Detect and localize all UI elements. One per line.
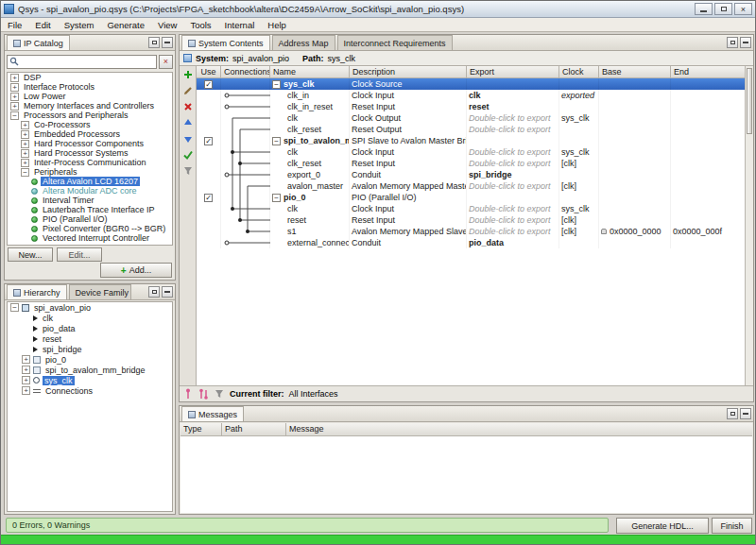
menu-item-tools[interactable]: Tools <box>183 18 217 31</box>
ip-catalog-item[interactable]: +Hard Processor Components <box>8 139 172 148</box>
filter-icon[interactable] <box>181 164 195 178</box>
tab-interconnect-requirements[interactable]: Interconnect Requirements <box>337 35 453 50</box>
tree-expander-icon[interactable]: + <box>22 386 30 395</box>
panel-float-icon[interactable] <box>727 37 738 48</box>
panel-minimize-icon[interactable] <box>162 286 173 298</box>
table-row[interactable]: clkClock OutputDouble-click to exportsys… <box>197 112 745 124</box>
tree-expander-icon[interactable]: − <box>10 111 19 120</box>
finish-button[interactable]: Finish <box>712 518 752 534</box>
ip-catalog-item[interactable]: PIO (Parallel I/O) <box>8 214 172 224</box>
menu-item-view[interactable]: View <box>151 18 183 31</box>
ip-catalog-item[interactable]: Altera Modular ADC core <box>8 186 172 196</box>
ip-catalog-item[interactable]: Altera Avalon LCD 16207 <box>8 177 172 186</box>
show-exports-icon[interactable] <box>183 388 194 400</box>
messages-column-message[interactable]: Message <box>286 423 752 435</box>
tab-ip-catalog[interactable]: IP Catalog <box>7 35 70 50</box>
add-button[interactable]: + Add... <box>100 263 172 278</box>
cell-export[interactable]: Double-click to export <box>467 124 559 135</box>
tab-hierarchy[interactable]: Hierarchy <box>7 284 67 299</box>
move-down-icon[interactable] <box>181 132 195 145</box>
tree-expander-icon[interactable]: + <box>21 121 29 129</box>
column-header-desc[interactable]: Description <box>350 66 467 77</box>
panel-float-icon[interactable] <box>727 408 738 419</box>
check-icon[interactable] <box>181 148 195 162</box>
table-row[interactable]: export_0Conduitspi_bridge <box>197 169 745 180</box>
table-row[interactable]: resetReset InputDouble-click to export[c… <box>197 214 745 226</box>
table-row[interactable]: clkClock InputDouble-click to exportsys_… <box>197 146 745 158</box>
tree-expander-icon[interactable]: + <box>10 83 19 92</box>
table-row[interactable]: clk_in_resetReset Inputreset <box>197 101 745 112</box>
column-header-base[interactable]: Base <box>599 66 671 77</box>
hierarchy-item[interactable]: +pio_0 <box>8 354 172 365</box>
ip-catalog-item[interactable]: +Memory Interfaces and Controllers <box>8 101 172 111</box>
search-input[interactable] <box>19 56 154 67</box>
messages-column-type[interactable]: Type <box>180 423 222 435</box>
panel-minimize-icon[interactable] <box>740 408 751 419</box>
ip-catalog-item[interactable]: +Inter-Process Communication <box>8 158 172 167</box>
minimize-button[interactable] <box>695 3 713 15</box>
tree-expander-icon[interactable]: + <box>21 159 29 167</box>
ip-catalog-item[interactable]: Pixel Converter (BGR0 --> BGR) <box>8 224 172 233</box>
table-row[interactable]: ✓−sys_clkClock Source <box>197 78 745 90</box>
panel-minimize-icon[interactable] <box>162 37 173 48</box>
cell-export[interactable]: Double-click to export <box>467 226 559 237</box>
tree-expander-icon[interactable]: + <box>10 74 19 82</box>
hierarchy-item[interactable]: reset <box>8 333 172 344</box>
table-scrollbar[interactable] <box>745 66 753 385</box>
panel-float-icon[interactable] <box>148 286 160 298</box>
table-row[interactable]: ✓−pio_0PIO (Parallel I/O) <box>197 192 745 203</box>
scrollbar-thumb[interactable] <box>747 68 752 134</box>
table-row[interactable]: ✓−spi_to_avalon_mm_...SPI Slave to Avalo… <box>197 135 745 146</box>
tree-expander-icon[interactable]: − <box>10 303 19 312</box>
row-expander-icon[interactable]: − <box>272 194 281 202</box>
tab-messages[interactable]: Messages <box>181 406 244 421</box>
table-row[interactable]: s1Avalon Memory Mapped SlaveDouble-click… <box>197 226 745 237</box>
new-button[interactable]: New... <box>8 247 53 262</box>
cell-export[interactable]: Double-click to export <box>467 112 559 124</box>
column-header-export[interactable]: Export <box>467 66 559 77</box>
ip-catalog-item[interactable]: +Interface Protocols <box>8 82 172 92</box>
use-checkbox[interactable]: ✓ <box>204 80 213 89</box>
column-header-conn[interactable]: Connections <box>221 66 270 77</box>
edit-icon[interactable] <box>181 84 195 97</box>
use-checkbox[interactable]: ✓ <box>204 194 213 202</box>
table-row[interactable]: external_connectionConduitpio_data <box>197 237 745 248</box>
panel-float-icon[interactable] <box>148 37 160 48</box>
hierarchy-item[interactable]: +sys_clk <box>8 375 172 385</box>
messages-column-path[interactable]: Path <box>222 423 286 435</box>
tree-expander-icon[interactable]: + <box>21 140 29 148</box>
tree-expander-icon[interactable]: + <box>21 130 29 139</box>
tab-device-family[interactable]: Device Family <box>69 284 131 299</box>
tab-system-contents[interactable]: System Contents <box>181 35 270 50</box>
hierarchy-item[interactable]: clk <box>8 313 172 323</box>
cell-export[interactable]: Double-click to export <box>467 203 559 214</box>
menu-item-help[interactable]: Help <box>261 18 293 31</box>
menu-item-edit[interactable]: Edit <box>28 18 57 31</box>
column-header-use[interactable]: Use <box>197 66 221 77</box>
hierarchy-item[interactable]: spi_bridge <box>8 344 172 354</box>
row-expander-icon[interactable]: − <box>272 80 281 89</box>
hierarchy-item[interactable]: +Connections <box>8 385 172 396</box>
panel-minimize-icon[interactable] <box>740 37 751 48</box>
hierarchy-item[interactable]: pio_data <box>8 323 172 333</box>
cell-export[interactable]: Double-click to export <box>467 146 559 158</box>
table-row[interactable]: avalon_masterAvalon Memory Mapped Master… <box>197 180 745 192</box>
remove-icon[interactable] <box>181 100 195 113</box>
ip-catalog-item[interactable]: Vectored Interrupt Controller <box>8 233 172 243</box>
ip-catalog-item[interactable]: +Hard Processor Systems <box>8 148 172 158</box>
move-up-icon[interactable] <box>181 116 195 129</box>
menu-item-generate[interactable]: Generate <box>100 18 151 31</box>
menu-item-system[interactable]: System <box>58 18 101 31</box>
table-row[interactable]: clkClock InputDouble-click to exportsys_… <box>197 203 745 214</box>
ip-catalog-item[interactable]: +DSP <box>8 73 172 82</box>
show-connections-icon[interactable] <box>198 388 209 400</box>
ip-catalog-item[interactable]: +Low Power <box>8 92 172 101</box>
ip-catalog-item[interactable]: −Processors and Peripherals <box>8 111 172 120</box>
cell-export[interactable]: Double-click to export <box>467 180 559 192</box>
ip-catalog-item[interactable]: Interval Timer <box>8 196 172 205</box>
table-row[interactable]: clk_resetReset InputDouble-click to expo… <box>197 158 745 169</box>
row-expander-icon[interactable]: − <box>272 137 281 145</box>
generate-hdl-button[interactable]: Generate HDL... <box>616 518 709 534</box>
tab-address-map[interactable]: Address Map <box>272 35 335 50</box>
menu-item-file[interactable]: File <box>1 18 28 31</box>
